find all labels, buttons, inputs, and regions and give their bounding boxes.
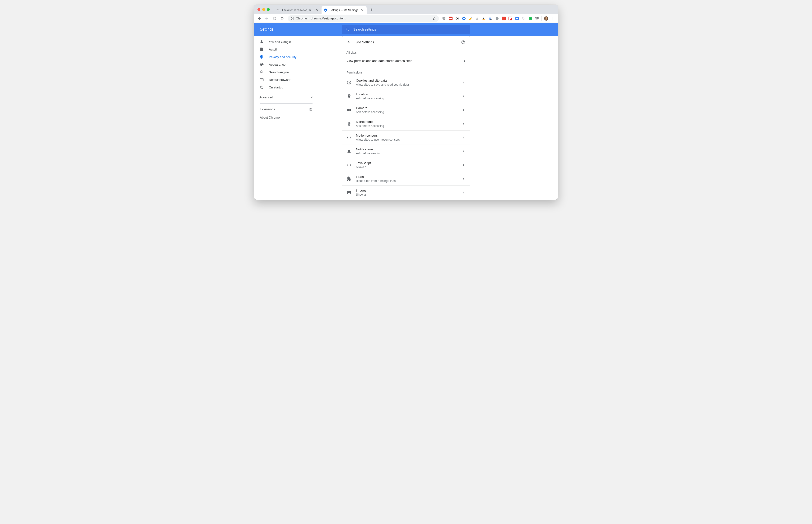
maximize-window-button[interactable] bbox=[267, 8, 270, 11]
row-flash[interactable]: Flash Block sites from running Flash bbox=[342, 172, 470, 185]
sidebar-item-label: Appearance bbox=[269, 63, 285, 66]
tab-lifewire[interactable]: L Lifewire: Tech News, Reviews, bbox=[274, 6, 321, 14]
ext-download-icon[interactable] bbox=[475, 16, 480, 21]
chevron-right-icon bbox=[461, 163, 465, 167]
row-subtitle: Allow sites to use motion sensors bbox=[356, 138, 461, 141]
sidebar-item-default-browser[interactable]: Default browser bbox=[254, 76, 318, 83]
person-icon bbox=[259, 39, 264, 44]
url-scheme: chrome:// bbox=[311, 17, 324, 20]
back-arrow-icon[interactable] bbox=[347, 40, 351, 45]
omnibox-chrome-label: Chrome bbox=[296, 17, 307, 20]
ext-lock-badge-icon[interactable]: 0 bbox=[488, 16, 493, 21]
browser-icon bbox=[259, 77, 264, 82]
palette-icon bbox=[259, 62, 264, 67]
svg-point-33 bbox=[349, 137, 350, 138]
search-icon bbox=[259, 70, 264, 75]
settings-banner: Settings Search settings bbox=[254, 23, 558, 36]
settings-search[interactable]: Search settings bbox=[342, 24, 470, 34]
ext-blue-circle-icon[interactable] bbox=[461, 16, 466, 21]
sidebar-item-appearance[interactable]: Appearance bbox=[254, 61, 318, 68]
profile-initials[interactable]: NP bbox=[535, 16, 540, 21]
row-location[interactable]: Location Ask before accessing bbox=[342, 89, 470, 103]
profile-avatar[interactable] bbox=[544, 16, 549, 21]
row-microphone[interactable]: Microphone Ask before accessing bbox=[342, 117, 470, 130]
sidebar-item-on-startup[interactable]: On startup bbox=[254, 83, 318, 91]
row-view-permissions[interactable]: View permissions and data stored across … bbox=[342, 56, 470, 66]
tab-settings[interactable]: Settings - Site Settings bbox=[321, 6, 367, 14]
svg-point-31 bbox=[348, 83, 349, 83]
pinterest-icon[interactable] bbox=[455, 16, 460, 21]
row-motion-sensors[interactable]: Motion sensors Allow sites to use motion… bbox=[342, 130, 470, 144]
close-tab-icon[interactable] bbox=[361, 8, 364, 12]
row-images[interactable]: Images Show all bbox=[342, 185, 470, 199]
url-path: /content bbox=[334, 17, 345, 20]
sensors-icon bbox=[347, 135, 352, 140]
reload-button[interactable] bbox=[271, 15, 278, 22]
row-subtitle: Allow sites to save and read cookie data bbox=[356, 83, 461, 86]
omnibox[interactable]: Chrome chrome://settings/content bbox=[288, 15, 439, 22]
sidebar-item-privacy-security[interactable]: Privacy and security bbox=[254, 53, 318, 61]
sidebar-item-about-chrome[interactable]: About Chrome bbox=[254, 113, 318, 121]
evernote-icon[interactable] bbox=[528, 16, 533, 21]
sidebar-advanced-toggle[interactable]: Advanced bbox=[254, 93, 318, 102]
svg-point-30 bbox=[349, 82, 350, 82]
row-title: Notifications bbox=[356, 147, 461, 151]
row-title: Images bbox=[356, 189, 461, 193]
tabs: L Lifewire: Tech News, Reviews, Settings… bbox=[274, 5, 375, 14]
row-subtitle: Allowed bbox=[356, 165, 461, 169]
svg-rect-17 bbox=[510, 18, 511, 19]
svg-rect-15 bbox=[509, 17, 510, 20]
row-text: Flash Block sites from running Flash bbox=[356, 175, 461, 183]
omnibox-url: chrome://settings/content bbox=[311, 17, 345, 20]
home-button[interactable] bbox=[279, 15, 285, 22]
cookie-icon bbox=[347, 80, 352, 85]
new-tab-button[interactable] bbox=[368, 7, 375, 13]
settings-body: You and Google Autofill Privacy and secu… bbox=[254, 36, 558, 200]
site-settings-card: Site Settings All sites View permissions… bbox=[342, 36, 470, 200]
sidebar-item-you-and-google[interactable]: You and Google bbox=[254, 38, 318, 46]
image-icon bbox=[347, 190, 352, 195]
svg-rect-16 bbox=[510, 17, 512, 18]
sidebar-item-autofill[interactable]: Autofill bbox=[254, 46, 318, 53]
site-info-icon[interactable] bbox=[291, 17, 294, 20]
sidebar-item-label: Privacy and security bbox=[269, 55, 297, 59]
row-cookies[interactable]: Cookies and site data Allow sites to sav… bbox=[342, 76, 470, 89]
ext-red-square-icon[interactable] bbox=[501, 16, 506, 21]
sidebar-item-extensions[interactable]: Extensions bbox=[254, 105, 318, 113]
row-javascript[interactable]: JavaScript Allowed bbox=[342, 158, 470, 172]
ext-highlighter-icon[interactable] bbox=[468, 16, 473, 21]
toolbar-separator bbox=[541, 16, 542, 21]
row-popups[interactable]: Pop-ups and redirects Allowed bbox=[342, 199, 470, 200]
browser-window: L Lifewire: Tech News, Reviews, Settings… bbox=[254, 5, 558, 200]
row-title: View permissions and data stored across … bbox=[347, 59, 412, 63]
row-title: Camera bbox=[356, 106, 461, 110]
row-camera[interactable]: Camera Ask before accessing bbox=[342, 103, 470, 117]
row-text: Location Ask before accessing bbox=[356, 92, 461, 100]
bookmark-star-icon[interactable] bbox=[432, 17, 436, 20]
row-title: Flash bbox=[356, 175, 461, 179]
chevron-right-icon bbox=[461, 149, 465, 153]
pocket-icon[interactable] bbox=[441, 16, 447, 21]
flipboard-icon[interactable] bbox=[508, 16, 513, 21]
amazon-icon[interactable]: a bbox=[481, 16, 487, 21]
forward-button[interactable] bbox=[264, 15, 270, 22]
close-tab-icon[interactable] bbox=[315, 8, 319, 12]
svg-point-22 bbox=[545, 17, 547, 19]
sidebar-item-search-engine[interactable]: Search engine bbox=[254, 68, 318, 76]
svg-rect-13 bbox=[502, 17, 506, 20]
back-button[interactable] bbox=[256, 15, 263, 22]
ext-red-dots-icon[interactable] bbox=[448, 16, 453, 21]
chevron-right-icon bbox=[461, 191, 465, 195]
sidebar-advanced-label: Advanced bbox=[259, 96, 273, 99]
section-all-sites-label: All sites bbox=[342, 48, 470, 56]
row-text: Notifications Ask before sending bbox=[356, 147, 461, 155]
close-window-button[interactable] bbox=[257, 8, 260, 11]
ext-grey-blob-icon[interactable] bbox=[494, 16, 500, 21]
help-icon[interactable] bbox=[461, 40, 465, 45]
ext-blue-window-icon[interactable] bbox=[514, 16, 520, 21]
row-notifications[interactable]: Notifications Ask before sending bbox=[342, 144, 470, 158]
minimize-window-button[interactable] bbox=[262, 8, 265, 11]
ext-tag-icon[interactable] bbox=[521, 16, 526, 21]
chrome-menu-icon[interactable] bbox=[550, 16, 556, 21]
settings-main: Site Settings All sites View permissions… bbox=[318, 36, 558, 200]
